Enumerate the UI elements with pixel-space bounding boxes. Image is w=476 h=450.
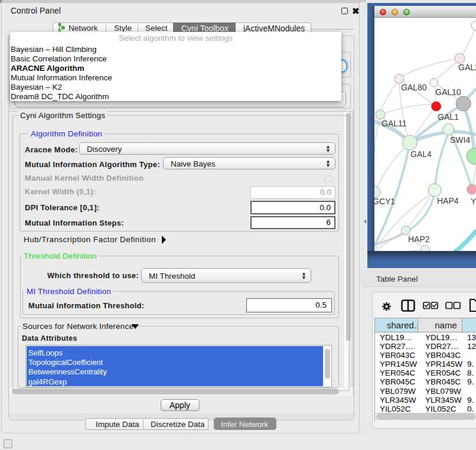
svg-text:GAL80: GAL80 <box>401 83 427 92</box>
svg-text:YJ: YJ <box>471 197 476 206</box>
svg-text:GAL2: GAL2 <box>458 63 476 72</box>
svg-text:HAP4: HAP4 <box>437 196 459 206</box>
svg-text:GCY1: GCY1 <box>374 197 395 206</box>
svg-text:GAL11: GAL11 <box>382 119 407 128</box>
svg-text:GAL1: GAL1 <box>438 112 459 122</box>
svg-text:GAL10: GAL10 <box>435 87 461 97</box>
svg-text:GAL4: GAL4 <box>410 149 432 159</box>
svg-text:HAP2: HAP2 <box>408 234 430 244</box>
svg-text:SWI4: SWI4 <box>450 135 470 145</box>
